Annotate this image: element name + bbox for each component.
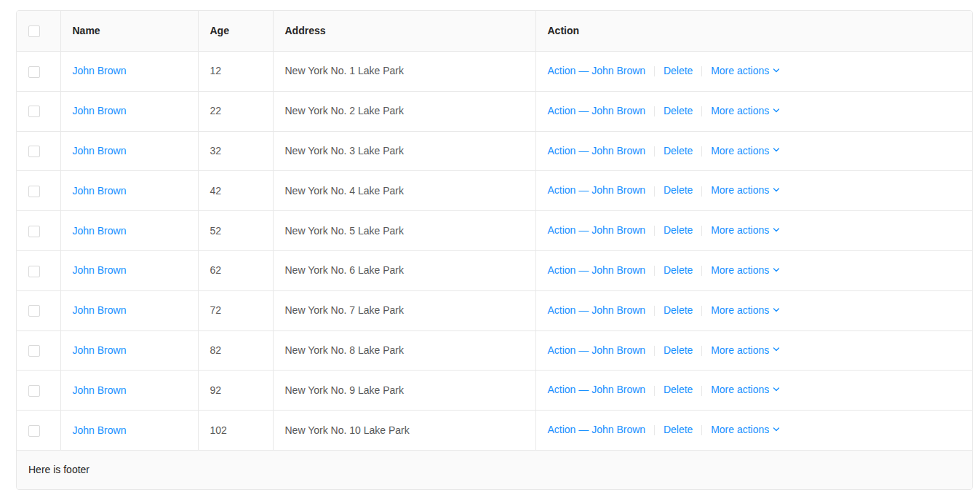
table-row: John Brown 12 New York No. 1 Lake Park A… [17,52,972,92]
more-actions-link[interactable]: More actions [711,224,780,236]
delete-link[interactable]: Delete [664,145,693,157]
more-actions-link[interactable]: More actions [711,384,780,395]
action-cell: Action — John Brown Delete More actions [535,91,972,131]
vertical-divider [701,386,702,396]
delete-link[interactable]: Delete [664,344,693,356]
action-cell: Action — John Brown Delete More actions [535,52,972,92]
name-cell: John Brown [60,330,198,371]
delete-link[interactable]: Delete [664,264,693,276]
address-cell: New York No. 8 Lake Park [273,330,535,371]
header-row: Name Age Address Action [17,11,972,52]
delete-link[interactable]: Delete [664,184,693,196]
row-checkbox[interactable] [28,345,40,357]
more-actions-label: More actions [711,224,769,236]
name-link[interactable]: John Brown [73,424,127,436]
more-actions-label: More actions [711,344,769,356]
delete-link[interactable]: Delete [664,65,693,76]
name-link[interactable]: John Brown [73,225,127,237]
name-cell: John Brown [60,131,198,171]
delete-link[interactable]: Delete [664,304,693,316]
age-cell: 42 [198,171,273,211]
chevron-down-icon [773,103,780,119]
row-checkbox[interactable] [28,385,40,397]
name-link[interactable]: John Brown [73,145,127,157]
chevron-down-icon [773,183,780,198]
delete-link[interactable]: Delete [664,224,693,236]
more-actions-link[interactable]: More actions [711,184,780,196]
action-primary-link[interactable]: Action — John Brown [548,184,646,196]
more-actions-label: More actions [711,105,769,116]
action-primary-link[interactable]: Action — John Brown [548,424,646,435]
action-primary-link[interactable]: Action — John Brown [548,384,646,395]
more-actions-link[interactable]: More actions [711,145,780,157]
chevron-down-icon [773,382,780,397]
name-link[interactable]: John Brown [73,344,127,356]
name-link[interactable]: John Brown [73,185,127,197]
action-cell: Action — John Brown Delete More actions [535,171,972,211]
row-checkbox[interactable] [28,146,40,157]
header-cell-address: Address [273,11,535,52]
selection-cell [17,52,60,92]
more-actions-link[interactable]: More actions [711,344,780,356]
action-cell: Action — John Brown Delete More actions [535,211,972,251]
selection-cell [17,91,60,131]
name-cell: John Brown [60,250,198,290]
more-actions-link[interactable]: More actions [711,264,780,276]
action-primary-link[interactable]: Action — John Brown [548,65,646,76]
selection-cell [17,250,60,290]
select-all-checkbox[interactable] [28,25,40,37]
row-checkbox[interactable] [28,266,40,277]
more-actions-link[interactable]: More actions [711,304,780,316]
action-primary-link[interactable]: Action — John Brown [548,145,646,157]
delete-link[interactable]: Delete [664,424,693,435]
action-primary-link[interactable]: Action — John Brown [548,344,646,356]
vertical-divider [654,106,655,116]
more-actions-link[interactable]: More actions [711,105,780,116]
vertical-divider [654,226,655,236]
action-cell: Action — John Brown Delete More actions [535,131,972,171]
row-checkbox[interactable] [28,106,40,117]
more-actions-label: More actions [711,65,769,76]
row-checkbox[interactable] [28,305,40,317]
name-link[interactable]: John Brown [73,105,127,116]
vertical-divider [654,346,655,356]
row-checkbox[interactable] [28,186,40,197]
age-cell: 12 [198,52,273,92]
name-link[interactable]: John Brown [73,65,127,76]
vertical-divider [654,386,655,396]
table-row: John Brown 102 New York No. 10 Lake Park… [17,411,972,451]
name-link[interactable]: John Brown [73,264,127,276]
action-primary-link[interactable]: Action — John Brown [548,264,646,276]
age-cell: 82 [198,330,273,371]
page: Name Age Address Action John Brown 12 Ne… [0,0,980,495]
address-cell: New York No. 2 Lake Park [273,91,535,131]
address-cell: New York No. 9 Lake Park [273,371,535,411]
more-actions-link[interactable]: More actions [711,424,780,435]
name-cell: John Brown [60,371,198,411]
vertical-divider [654,266,655,276]
header-cell-age: Age [198,11,273,52]
address-cell: New York No. 1 Lake Park [273,52,535,92]
name-cell: John Brown [60,52,198,92]
name-cell: John Brown [60,91,198,131]
delete-link[interactable]: Delete [664,105,693,116]
selection-cell [17,211,60,251]
more-actions-link[interactable]: More actions [711,65,780,76]
action-primary-link[interactable]: Action — John Brown [548,105,646,116]
chevron-down-icon [773,223,780,238]
name-link[interactable]: John Brown [73,384,127,396]
row-checkbox[interactable] [28,425,40,437]
more-actions-label: More actions [711,424,769,435]
action-primary-link[interactable]: Action — John Brown [548,224,646,236]
action-primary-link[interactable]: Action — John Brown [548,304,646,316]
address-cell: New York No. 10 Lake Park [273,411,535,451]
name-link[interactable]: John Brown [73,304,127,316]
row-checkbox[interactable] [28,226,40,237]
delete-link[interactable]: Delete [664,384,693,395]
age-cell: 52 [198,211,273,251]
table-row: John Brown 62 New York No. 6 Lake Park A… [17,250,972,290]
age-cell: 102 [198,411,273,451]
row-checkbox[interactable] [28,66,40,78]
vertical-divider [701,186,702,197]
table-footer: Here is footer [17,451,972,489]
